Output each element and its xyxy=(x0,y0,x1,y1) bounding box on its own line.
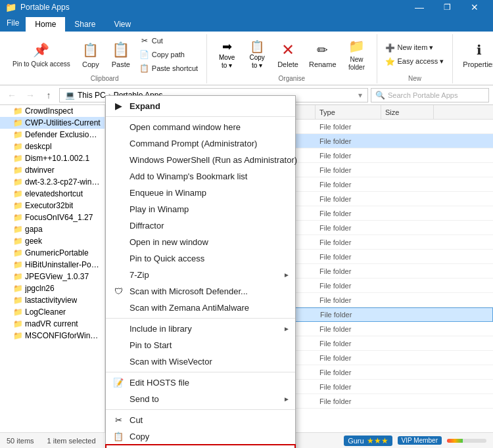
cell-type: File folder xyxy=(316,253,381,261)
ctx-label-7zip: 7-Zip xyxy=(129,270,149,280)
left-panel-item[interactable]: 📁Executor32bit xyxy=(0,200,105,212)
left-panel-item[interactable]: 📁lastactivityview xyxy=(0,294,105,306)
minimize-button[interactable]: — xyxy=(406,0,433,14)
left-panel-item[interactable]: 📁FocusOnIV64_1.27 xyxy=(0,212,105,223)
left-panel-item[interactable]: 📁JPEGView_1.0.37 xyxy=(0,271,105,282)
cut-icon: ✂ xyxy=(140,36,149,45)
left-panel-item[interactable]: 📁HiBitUninstaller-Portab xyxy=(0,259,105,271)
tab-home[interactable]: Home xyxy=(26,17,65,32)
left-panel-item[interactable]: 📁elevatedshortcut xyxy=(0,188,105,200)
rename-button[interactable]: ✏ Rename xyxy=(304,35,341,74)
copy-path-button[interactable]: 📄 Copy path xyxy=(137,48,201,61)
new-item-button[interactable]: ➕ New item ▾ xyxy=(383,41,448,55)
paste-icon: 📋 xyxy=(112,41,130,59)
context-menu-item-pin-start[interactable]: Pin to Start xyxy=(106,337,295,353)
context-menu-item-diffractor[interactable]: Diffractor xyxy=(106,217,295,234)
left-panel-item[interactable]: 📁Dism++10.1.002.1 xyxy=(0,152,105,164)
file-name: elevatedshortcut xyxy=(25,189,83,198)
left-panel-item[interactable]: 📁CrowdInspect xyxy=(0,105,105,117)
file-name: geek xyxy=(25,236,42,246)
copy-button[interactable]: 📋 Copy xyxy=(76,35,105,74)
context-menu-item-winamp-play[interactable]: Play in Winamp xyxy=(106,201,295,217)
back-button[interactable]: ← xyxy=(4,87,20,103)
clipboard-buttons: 📌 Pin to Quick access 📋 Copy 📋 Paste ✂ C… xyxy=(8,35,201,74)
file-name: JPEGView_1.0.37 xyxy=(25,272,89,281)
up-button[interactable]: ↑ xyxy=(41,87,57,103)
left-panel-item[interactable]: 📁MSCONFIGforWindows1 xyxy=(0,330,105,342)
context-menu-item-scan-defender[interactable]: 🛡Scan with Microsoft Defender... xyxy=(106,283,295,300)
ctx-label-winamp-bookmark: Add to Winamp's Bookmark list xyxy=(129,171,248,181)
context-menu-item-scan-wisevector[interactable]: Scan with WiseVector xyxy=(106,353,295,370)
folder-icon: 📁 xyxy=(13,130,22,139)
pin-to-quick-access-button[interactable]: 📌 Pin to Quick access xyxy=(8,35,75,74)
file-name: madVR current xyxy=(25,319,78,328)
ctx-label-scan-zemana: Scan with Zemana AntiMalware xyxy=(129,303,249,313)
tab-file[interactable]: File xyxy=(0,14,26,32)
file-name: Executor32bit xyxy=(25,201,73,210)
context-menu-item-copy[interactable]: 📋Copy xyxy=(106,428,295,445)
col-header-type[interactable]: Type xyxy=(316,105,381,119)
copy-icon: 📋 xyxy=(82,41,100,59)
copy-to-icon: 📋 xyxy=(250,39,264,54)
left-panel-item[interactable]: 📁geek xyxy=(0,235,105,247)
left-panel-item[interactable]: 📁GnumericPortable xyxy=(0,247,105,259)
context-menu-item-cut[interactable]: ✂Cut xyxy=(106,412,295,428)
context-menu-separator xyxy=(106,116,295,117)
move-to-button[interactable]: ➡ Moveto ▾ xyxy=(212,35,241,74)
move-to-icon: ➡ xyxy=(222,39,232,54)
context-menu-separator xyxy=(106,409,295,410)
file-name: HiBitUninstaller-Portab xyxy=(25,260,101,269)
context-menu-item-send-to[interactable]: Send to► xyxy=(106,391,295,407)
left-panel-item[interactable]: 📁CWP-Utilities-Current xyxy=(0,117,105,129)
forward-button[interactable]: → xyxy=(22,87,38,103)
context-menu-item-scan-zemana[interactable]: Scan with Zemana AntiMalware xyxy=(106,300,295,316)
left-panel-item[interactable]: 📁gapa xyxy=(0,223,105,235)
search-box[interactable]: 🔍 Search Portable Apps xyxy=(371,88,489,102)
cut-button[interactable]: ✂ Cut xyxy=(137,34,201,47)
left-panel-item[interactable]: 📁Defender Exclusion Too xyxy=(0,129,105,141)
left-panel-item[interactable]: 📁madVR current xyxy=(0,318,105,330)
folder-icon: 📁 xyxy=(13,248,22,258)
context-menu-item-winamp-enqueue[interactable]: Enqueue in Winamp xyxy=(106,185,295,201)
col-header-size[interactable]: Size xyxy=(381,105,434,119)
left-panel-item[interactable]: 📁dwt-3.2.3-cp27-win_x86 xyxy=(0,176,105,188)
context-menu-item-pin-quick-access[interactable]: Pin to Quick access xyxy=(106,250,295,267)
left-panel-item[interactable]: 📁LogCleaner xyxy=(0,306,105,318)
folder-icon: 📁 xyxy=(13,213,22,222)
paste-button[interactable]: 📋 Paste xyxy=(106,35,135,74)
left-panel-item[interactable]: 📁dtwinver xyxy=(0,164,105,176)
new-folder-icon: 📁 xyxy=(348,37,366,55)
progress-fill xyxy=(447,439,463,443)
tab-view[interactable]: View xyxy=(105,17,140,32)
context-menu-item-edit-hosts[interactable]: 📝Edit HOSTS file xyxy=(106,374,295,391)
folder-icon: 📁 xyxy=(13,166,22,175)
context-menu-item-open-cmd[interactable]: Open command window here xyxy=(106,119,295,135)
copy-to-button[interactable]: 📋 Copyto ▾ xyxy=(243,35,271,74)
left-panel-item[interactable]: 📁deskcpl xyxy=(0,141,105,152)
context-menu-item-7zip[interactable]: 7-Zip► xyxy=(106,267,295,283)
restore-button[interactable]: ❒ xyxy=(434,0,460,14)
ctx-label-cmd-admin: Command Prompt (Administrator) xyxy=(129,139,257,148)
context-menu-item-cmd-admin[interactable]: Command Prompt (Administrator) xyxy=(106,135,295,152)
ctx-label-expand: Expand xyxy=(129,101,160,111)
new-folder-button[interactable]: 📁 Newfolder xyxy=(342,35,371,74)
context-menu-item-paste[interactable]: 📋Paste xyxy=(106,445,295,448)
left-panel-item[interactable]: 📁jpgcln26 xyxy=(0,282,105,294)
file-name: Defender Exclusion Too xyxy=(25,130,101,139)
easy-access-button[interactable]: ⭐ Easy access ▾ xyxy=(383,55,448,68)
context-menu-item-include-library[interactable]: Include in library► xyxy=(106,321,295,337)
close-button[interactable]: ✕ xyxy=(461,0,488,14)
delete-button[interactable]: ✕ Delete xyxy=(273,35,303,74)
context-menu-item-winamp-bookmark[interactable]: Add to Winamp's Bookmark list xyxy=(106,168,295,185)
cell-type: File folder xyxy=(316,340,381,347)
context-menu-item-open-new-window[interactable]: Open in new window xyxy=(106,234,295,250)
tab-share[interactable]: Share xyxy=(65,17,105,32)
open-buttons: ℹ Properties 📂 Open ▾ ✏ Edit 🕐 History xyxy=(458,35,493,74)
paste-shortcut-button[interactable]: 📋 Paste shortcut xyxy=(137,62,201,75)
copy-path-icon: 📄 xyxy=(140,50,149,59)
ctx-label-include-library: Include in library xyxy=(129,324,192,334)
context-menu-item-ps-admin[interactable]: Windows PowerShell (Run as Administrator… xyxy=(106,152,295,168)
properties-button[interactable]: ℹ Properties xyxy=(458,35,493,74)
context-menu-item-expand[interactable]: ▶Expand xyxy=(106,98,295,114)
file-name: jpgcln26 xyxy=(25,284,55,293)
